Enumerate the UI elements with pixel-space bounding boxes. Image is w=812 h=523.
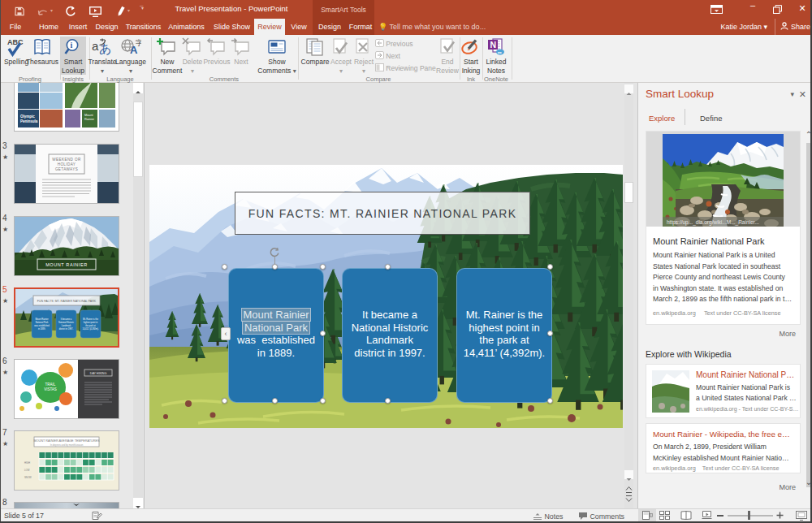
svg-text:was established: was established xyxy=(34,324,50,327)
svg-text:in 1889.: in 1889. xyxy=(38,327,46,331)
svg-text:字: 字 xyxy=(136,39,141,47)
svg-text:Mount: Mount xyxy=(84,114,93,117)
svg-text:VISTAS: VISTAS xyxy=(44,387,57,391)
svg-text:SNOW: SNOW xyxy=(24,476,32,479)
svg-text:DAY HIKING: DAY HIKING xyxy=(90,372,107,375)
svg-text:In degrees and by month/season: In degrees and by month/season xyxy=(50,443,84,447)
svg-text:Mt. Rainer is the: Mt. Rainer is the xyxy=(83,318,98,321)
svg-text:district in 1997.: district in 1997. xyxy=(59,327,74,331)
svg-text:National Park: National Park xyxy=(36,321,49,324)
svg-text:National Historic: National Historic xyxy=(58,321,75,324)
svg-text:Landmark: Landmark xyxy=(62,324,71,327)
svg-text:Olympic: Olympic xyxy=(20,115,35,119)
svg-text:LOW: LOW xyxy=(24,469,30,472)
svg-text:14,411' (4,392m).: 14,411' (4,392m). xyxy=(82,327,98,331)
svg-text:MOUNT RAINIER AVERAGE TEMPERAT: MOUNT RAINIER AVERAGE TEMPERATURES xyxy=(33,439,100,443)
svg-text:HOLIDAY: HOLIDAY xyxy=(58,162,76,166)
svg-text:あ: あ xyxy=(99,41,111,55)
svg-text:a: a xyxy=(92,39,99,53)
svg-text:∞: ∞ xyxy=(498,50,502,55)
svg-text:https://up..._dia.org/wiki...M: https://up..._dia.org/wiki...M..._Rainie… xyxy=(667,219,759,226)
svg-text:It became a: It became a xyxy=(61,318,72,321)
svg-text:i: i xyxy=(71,41,73,50)
svg-text:N: N xyxy=(490,40,497,50)
svg-text:FUN FACTS: MT. RAINIER NATIONA: FUN FACTS: MT. RAINIER NATIONAL PARK xyxy=(37,300,97,303)
svg-text:MOUNT RAINIER: MOUNT RAINIER xyxy=(45,262,88,267)
svg-text:highest point in: highest point in xyxy=(84,321,98,324)
svg-text:Mount Rainier: Mount Rainier xyxy=(35,318,48,321)
svg-text:TRAIL: TRAIL xyxy=(45,383,56,387)
svg-text:Rainier: Rainier xyxy=(84,118,95,121)
svg-text:the park at: the park at xyxy=(85,324,96,327)
svg-text:GETAWAYS: GETAWAYS xyxy=(55,167,78,171)
svg-text:HIGH: HIGH xyxy=(24,461,30,465)
svg-text:Peninsula: Peninsula xyxy=(20,119,38,123)
svg-text:WEEKEND OR: WEEKEND OR xyxy=(52,158,81,162)
